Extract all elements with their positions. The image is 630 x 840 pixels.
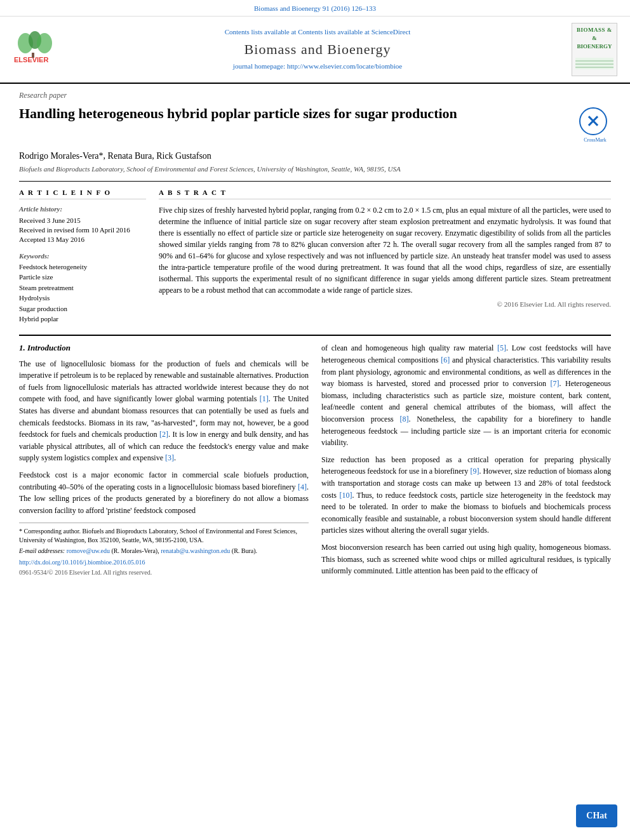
abstract-column: A B S T R A C T Five chip sizes of fresh…	[159, 188, 611, 325]
issn-line: 0961-9534/© 2016 Elsevier Ltd. All right…	[19, 568, 309, 577]
email-2-link[interactable]: renatab@u.washington.edu	[161, 547, 230, 554]
homepage-url[interactable]: http://www.elsevier.com/locate/biombioe	[287, 62, 402, 70]
article-info-column: A R T I C L E I N F O Article history: R…	[19, 188, 146, 325]
email-1-link[interactable]: romove@uw.edu	[67, 547, 110, 554]
homepage-link[interactable]: journal homepage: http://www.elsevier.co…	[70, 62, 565, 71]
keywords-block: Keywords: Feedstock heterogeneity Partic…	[19, 251, 146, 324]
intro-para-2: Feedstock cost is a major economic facto…	[19, 469, 309, 516]
body-right-column: of clean and homogeneous high quality ra…	[321, 342, 611, 582]
keyword-2: Particle size	[19, 272, 146, 282]
svg-point-4	[37, 33, 52, 53]
crossmark-label: CrossMark	[579, 137, 611, 143]
keyword-3: Steam pretreatment	[19, 283, 146, 293]
article-info-abstract: A R T I C L E I N F O Article history: R…	[19, 188, 611, 325]
svg-rect-5	[32, 53, 34, 58]
doi-line[interactable]: http://dx.doi.org/10.1016/j.biombioe.201…	[19, 558, 309, 567]
svg-text:ELSEVIER: ELSEVIER	[14, 56, 48, 63]
logo-sub: BIOENERGY	[575, 43, 614, 51]
crossmark-icon	[579, 107, 607, 135]
paper-type: Research paper	[19, 90, 611, 101]
article-info-heading: A R T I C L E I N F O	[19, 188, 146, 199]
intro-para-1: The use of lignocellulosic biomass for t…	[19, 358, 309, 464]
svg-rect-6	[575, 58, 613, 69]
revised-date: Received in revised form 10 April 2016	[19, 225, 146, 235]
article-history: Article history: Received 3 June 2015 Re…	[19, 204, 146, 245]
paper-title: Handling heterogeneous hybrid poplar par…	[19, 105, 579, 123]
history-label: Article history:	[19, 204, 146, 214]
header-center: Contents lists available at Contents lis…	[70, 27, 565, 72]
section-divider	[19, 335, 611, 336]
crossmark: CrossMark	[579, 107, 611, 143]
right-para-3: Most bioconversion research has been car…	[321, 542, 611, 577]
keyword-4: Hydrolysis	[19, 293, 146, 303]
keyword-5: Sugar production	[19, 304, 146, 314]
journal-header: ELSEVIER Contents lists available at Con…	[0, 17, 630, 83]
right-para-1: of clean and homogeneous high quality ra…	[321, 342, 611, 448]
footnote-corresponding: * Corresponding author. Biofuels and Bio…	[19, 527, 309, 545]
body-left-column: 1. Introduction The use of lignocellulos…	[19, 342, 309, 582]
footnote-area: * Corresponding author. Biofuels and Bio…	[19, 523, 309, 577]
doi-url[interactable]: http://dx.doi.org/10.1016/j.biombioe.201…	[19, 559, 145, 566]
right-para-2: Size reduction has been proposed as a cr…	[321, 454, 611, 537]
main-content: Research paper Handling heterogeneous hy…	[0, 84, 630, 595]
affiliation: Biofuels and Bioproducts Laboratory, Sch…	[19, 164, 611, 181]
footnote-email: E-mail addresses: romove@uw.edu (R. Mora…	[19, 547, 309, 556]
abstract-heading: A B S T R A C T	[159, 188, 611, 199]
journal-logo-box: BIOMASS & & BIOENERGY	[572, 23, 617, 76]
logo-title: BIOMASS &	[575, 26, 614, 34]
keyword-1: Feedstock heterogeneity	[19, 262, 146, 272]
abstract-text: Five chip sizes of freshly harvested hyb…	[159, 204, 611, 296]
chat-badge[interactable]: CHat	[576, 804, 617, 827]
keyword-6: Hybrid poplar	[19, 314, 146, 324]
sciencedirect-text: Contents lists available at Contents lis…	[70, 27, 565, 37]
introduction-heading: 1. Introduction	[19, 342, 309, 354]
journal-title: Biomass and Bioenergy	[70, 40, 565, 60]
paper-title-row: Handling heterogeneous hybrid poplar par…	[19, 105, 611, 143]
journal-reference: Biomass and Bioenergy 91 (2016) 126–133	[0, 0, 630, 17]
authors: Rodrigo Morales-Vera*, Renata Bura, Rick…	[19, 150, 611, 163]
accepted-date: Accepted 13 May 2016	[19, 235, 146, 244]
keywords-label: Keywords:	[19, 251, 146, 261]
elsevier-logo: ELSEVIER	[13, 30, 64, 69]
copyright: © 2016 Elsevier Ltd. All rights reserved…	[159, 300, 611, 309]
body-content: 1. Introduction The use of lignocellulos…	[19, 342, 611, 582]
received-date: Received 3 June 2015	[19, 216, 146, 225]
